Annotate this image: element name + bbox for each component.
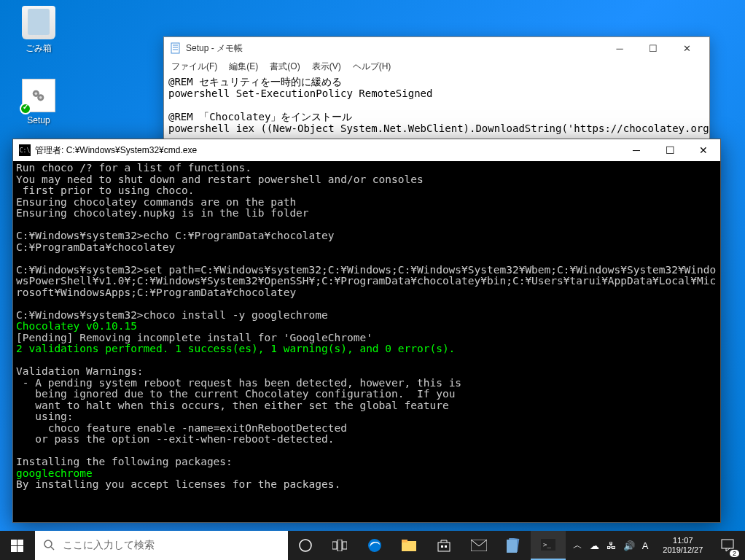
svg-rect-8 xyxy=(11,540,17,545)
cortana-icon[interactable] xyxy=(288,531,323,560)
cmd-window[interactable]: C:\ 管理者: C:¥Windows¥System32¥cmd.exe ─ ☐… xyxy=(12,139,721,523)
svg-rect-15 xyxy=(332,542,337,549)
search-placeholder: ここに入力して検索 xyxy=(63,539,155,552)
notepad-menubar: ファイル(F) 編集(E) 書式(O) 表示(V) ヘルプ(H) xyxy=(164,59,709,74)
svg-point-14 xyxy=(300,540,311,551)
notepad-textarea[interactable]: @REM セキュリティを一時的に緩める powershell Set-Execu… xyxy=(164,74,709,136)
clock[interactable]: 11:07 2019/12/27 xyxy=(655,531,710,560)
close-button[interactable]: ✕ xyxy=(670,37,703,59)
cmd-icon: C:\ xyxy=(19,144,31,156)
menu-format[interactable]: 書式(O) xyxy=(265,59,304,74)
minimize-button[interactable]: ─ xyxy=(620,139,653,161)
setup-file-icon[interactable]: Setup xyxy=(13,79,64,125)
recycle-bin-label: ごみ箱 xyxy=(13,42,64,55)
notepad-title-text: Setup - メモ帳 xyxy=(186,42,243,55)
explorer-icon[interactable] xyxy=(392,531,427,560)
recycle-bin-icon[interactable]: ごみ箱 xyxy=(13,6,64,55)
cmd-taskbar-icon[interactable]: >_ xyxy=(531,531,566,560)
maximize-button[interactable]: ☐ xyxy=(636,37,670,59)
svg-rect-23 xyxy=(445,545,447,548)
menu-view[interactable]: 表示(V) xyxy=(308,59,346,74)
close-button[interactable]: ✕ xyxy=(687,139,720,161)
svg-line-13 xyxy=(51,547,54,550)
menu-help[interactable]: ヘルプ(H) xyxy=(348,59,396,74)
mail-icon[interactable] xyxy=(461,531,496,560)
svg-rect-11 xyxy=(17,546,23,552)
task-view-icon[interactable] xyxy=(322,531,357,560)
notification-badge: 2 xyxy=(730,550,739,557)
app-icon[interactable] xyxy=(496,531,531,560)
svg-point-12 xyxy=(44,540,52,548)
taskbar: ここに入力して検索 >_ ︿ ☁ 🖧 🔊 A 11:07 2019/12/27 … xyxy=(0,531,745,560)
svg-rect-4 xyxy=(171,43,179,53)
cmd-output[interactable]: Run choco /? for a list of functions.You… xyxy=(13,161,720,522)
svg-point-3 xyxy=(39,96,42,99)
store-icon[interactable] xyxy=(426,531,461,560)
action-center-icon[interactable]: 2 xyxy=(710,531,745,560)
cmd-titlebar[interactable]: C:\ 管理者: C:¥Windows¥System32¥cmd.exe ─ ☐… xyxy=(13,139,720,161)
svg-rect-26 xyxy=(507,540,517,553)
search-icon xyxy=(44,540,55,551)
svg-rect-16 xyxy=(338,540,342,551)
edge-icon[interactable] xyxy=(357,531,392,560)
svg-rect-20 xyxy=(402,540,407,542)
menu-file[interactable]: ファイル(F) xyxy=(167,59,222,74)
minimize-button[interactable]: ─ xyxy=(603,37,636,59)
svg-rect-21 xyxy=(438,542,450,551)
maximize-button[interactable]: ☐ xyxy=(653,139,687,161)
onedrive-icon[interactable]: ☁ xyxy=(588,540,601,551)
tray-chevron-icon[interactable]: ︿ xyxy=(572,539,584,552)
svg-rect-29 xyxy=(722,540,733,548)
svg-point-2 xyxy=(35,93,38,96)
svg-text:>_: >_ xyxy=(543,541,551,548)
setup-file-label: Setup xyxy=(13,115,64,125)
menu-edit[interactable]: 編集(E) xyxy=(225,59,262,74)
volume-icon[interactable]: 🔊 xyxy=(622,540,636,551)
ime-icon[interactable]: A xyxy=(641,540,650,551)
notepad-titlebar[interactable]: Setup - メモ帳 ─ ☐ ✕ xyxy=(164,37,709,59)
start-button[interactable] xyxy=(0,531,35,560)
network-icon[interactable]: 🖧 xyxy=(605,540,617,551)
svg-rect-19 xyxy=(402,541,416,551)
clock-date: 2019/12/27 xyxy=(663,545,703,555)
cmd-title-text: 管理者: C:¥Windows¥System32¥cmd.exe xyxy=(35,144,197,157)
clock-time: 11:07 xyxy=(663,536,703,545)
search-input[interactable]: ここに入力して検索 xyxy=(35,531,288,560)
svg-rect-17 xyxy=(343,542,347,549)
system-tray[interactable]: ︿ ☁ 🖧 🔊 A xyxy=(566,531,656,560)
svg-rect-9 xyxy=(17,540,23,545)
svg-rect-22 xyxy=(441,545,443,548)
notepad-icon xyxy=(170,42,182,54)
svg-rect-10 xyxy=(11,546,17,552)
